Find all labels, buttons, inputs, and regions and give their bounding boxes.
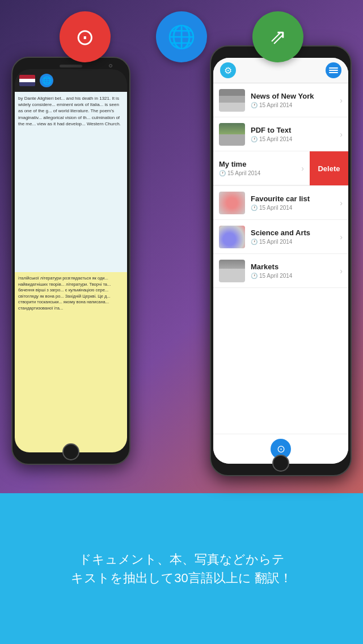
date-science-arts: 🕐 15 April 2014	[251, 239, 336, 245]
title-markets: Markets	[251, 262, 336, 271]
menu-line-1	[329, 67, 338, 69]
clock-icon-sci: 🕐	[251, 239, 258, 245]
date-markets: 🕐 15 April 2014	[251, 273, 336, 279]
info-markets: Markets 🕐 15 April 2014	[251, 262, 336, 279]
date-news-new-york: 🕐 15 April 2014	[251, 102, 336, 108]
share-icon-circle[interactable]: ⇗	[252, 11, 303, 62]
right-screen-content: ⚙ News of New York 🕐 15	[213, 58, 348, 464]
list-item-my-time-row: My time 🕐 15 April 2014 › Delete	[213, 151, 348, 186]
clock-icon-pdf: 🕐	[251, 136, 258, 142]
thumb-favourite-car	[219, 192, 245, 214]
phone-right: ⚙ News of New York 🕐 15	[210, 45, 352, 476]
text-yellow-content: італійської літератури розглядається як …	[15, 272, 127, 452]
title-news-new-york: News of New York	[251, 92, 336, 100]
chevron-sci: ›	[340, 232, 343, 242]
thumb-science-arts	[219, 226, 245, 248]
info-favourite-car: Favourite car list 🕐 15 April 2014	[251, 194, 336, 211]
settings-button[interactable]: ⚙	[220, 62, 236, 78]
list-item-pdf-to-text[interactable]: PDF to Text 🕐 15 April 2014 ›	[213, 117, 348, 151]
top-icons-bar: ⊙ 🌐 ⇗	[0, 11, 363, 62]
phone-right-home-button[interactable]	[272, 455, 289, 472]
chevron-pdf: ›	[340, 130, 343, 139]
left-screen-content: 🌐 by Dante Alighieri bet... and his deat…	[15, 69, 127, 452]
delete-button[interactable]: Delete	[310, 151, 348, 185]
globe-icon: 🌐	[167, 24, 196, 50]
camera-bottom-icon: ⊙	[277, 443, 285, 455]
phone-left: 🌐 by Dante Alighieri bet... and his deat…	[11, 57, 130, 465]
info-science-arts: Science and Arts 🕐 15 April 2014	[251, 228, 336, 245]
gear-icon: ⚙	[224, 65, 232, 76]
list-item-my-time[interactable]: My time 🕐 15 April 2014 ›	[213, 151, 310, 185]
menu-line-3	[329, 72, 338, 73]
camera-icon: ⊙	[75, 24, 95, 50]
title-pdf-to-text: PDF to Text	[251, 126, 336, 134]
list-item-markets[interactable]: Markets 🕐 15 April 2014 ›	[213, 254, 348, 288]
date-pdf-to-text: 🕐 15 April 2014	[251, 136, 336, 142]
us-flag-icon	[19, 75, 35, 86]
list-item-favourite-car[interactable]: Favourite car list 🕐 15 April 2014 ›	[213, 186, 348, 220]
bottom-line-1: ドキュメント、本、写真などからテ	[71, 550, 292, 569]
date-my-time: 🕐 15 April 2014	[219, 170, 298, 176]
phone-left-home-button[interactable]	[62, 443, 79, 460]
chevron-mkt: ›	[340, 266, 343, 276]
title-my-time: My time	[219, 160, 298, 168]
title-science-arts: Science and Arts	[251, 228, 336, 237]
clock-icon-fav: 🕐	[251, 205, 258, 211]
clock-icon-mkt: 🕐	[251, 273, 258, 279]
list-item-news-new-york[interactable]: News of New York 🕐 15 April 2014 ›	[213, 83, 348, 117]
globe-icon-circle[interactable]: 🌐	[156, 11, 207, 62]
bottom-line-2: キストを抽出して30言語以上に 翻訳！	[71, 569, 292, 587]
list-item-science-arts[interactable]: Science and Arts 🕐 15 April 2014 ›	[213, 220, 348, 254]
title-favourite-car: Favourite car list	[251, 194, 336, 203]
left-topbar: 🌐	[15, 69, 127, 92]
bottom-text-area: ドキュメント、本、写真などからテ キストを抽出して30言語以上に 翻訳！	[0, 493, 363, 644]
thumb-news-new-york	[219, 89, 245, 112]
phone-left-camera	[109, 64, 112, 67]
clock-icon-news: 🕐	[251, 102, 258, 108]
clock-icon-my-time: 🕐	[219, 170, 226, 176]
chevron-fav: ›	[340, 198, 343, 207]
text-white-content: by Dante Alighieri bet... and his death …	[15, 92, 127, 272]
globe-small-icon[interactable]: 🌐	[40, 74, 53, 87]
phone-left-speaker	[60, 65, 82, 67]
camera-icon-circle[interactable]: ⊙	[60, 11, 111, 62]
menu-line-2	[329, 70, 338, 71]
share-icon: ⇗	[269, 25, 286, 49]
menu-button[interactable]	[326, 62, 341, 78]
thumb-pdf-to-text	[219, 123, 245, 146]
phone-left-screen: 🌐 by Dante Alighieri bet... and his deat…	[15, 69, 127, 452]
chevron-news: ›	[340, 96, 343, 105]
bottom-description: ドキュメント、本、写真などからテ キストを抽出して30言語以上に 翻訳！	[60, 550, 303, 587]
date-favourite-car: 🕐 15 April 2014	[251, 205, 336, 211]
info-my-time: My time 🕐 15 April 2014	[219, 160, 298, 176]
phone-right-screen: ⚙ News of New York 🕐 15	[213, 58, 348, 464]
thumb-markets	[219, 260, 245, 282]
info-news-new-york: News of New York 🕐 15 April 2014	[251, 92, 336, 108]
document-list[interactable]: News of New York 🕐 15 April 2014 › PDF t…	[213, 83, 348, 434]
info-pdf-to-text: PDF to Text 🕐 15 April 2014	[251, 126, 336, 142]
chevron-my-time: ›	[301, 164, 304, 173]
